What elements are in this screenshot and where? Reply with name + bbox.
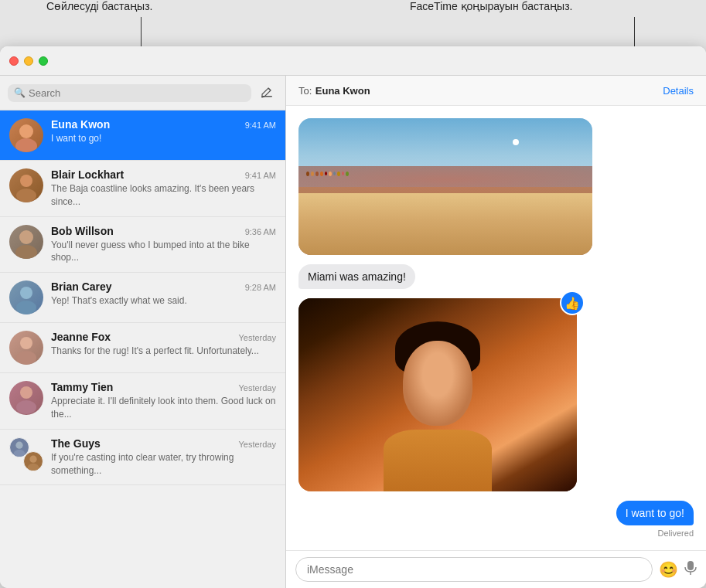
- list-item[interactable]: Blair Lockhart 9:41 AM The Baja coastlin…: [0, 161, 285, 217]
- emoji-button[interactable]: 😊: [659, 560, 678, 579]
- portrait-body: [384, 430, 492, 491]
- conv-time: 9:41 AM: [245, 121, 276, 130]
- conversation-list: Euna Kwon 9:41 AM I want to go! Blair Lo…: [0, 110, 285, 588]
- conv-header: Euna Kwon 9:41 AM: [51, 118, 276, 131]
- chat-area: To: Euna Kwon Details: [286, 76, 706, 588]
- conv-content: Blair Lockhart 9:41 AM The Baja coastlin…: [51, 168, 276, 209]
- beach-photo[interactable]: [298, 118, 592, 255]
- beach-sand: [298, 187, 592, 256]
- conv-name: Brian Carey: [51, 280, 112, 293]
- traffic-lights: [9, 56, 48, 66]
- conv-name: Jeanne Fox: [51, 331, 111, 343]
- conv-time: Yesterday: [238, 440, 276, 449]
- conv-name: Blair Lockhart: [51, 168, 124, 181]
- conv-preview: You'll never guess who I bumped into at …: [51, 239, 276, 265]
- conv-header: Jeanne Fox Yesterday: [51, 331, 276, 343]
- conv-time: 9:41 AM: [245, 171, 276, 180]
- avatar: [9, 381, 43, 415]
- conv-content: Tammy Tien Yesterday Appreciate it. I'll…: [51, 381, 276, 421]
- avatar: [9, 168, 43, 202]
- svg-point-6: [15, 245, 37, 259]
- conv-header: Tammy Tien Yesterday: [51, 381, 276, 393]
- conv-content: Euna Kwon 9:41 AM I want to go!: [51, 118, 276, 145]
- conv-preview: Yep! That's exactly what we said.: [51, 294, 276, 308]
- message-status: Delivered: [658, 529, 694, 538]
- beach-boat: [513, 139, 519, 145]
- conv-header: The Guys Yesterday: [51, 437, 276, 450]
- portrait-photo: [298, 298, 577, 491]
- list-item[interactable]: Brian Carey 9:28 AM Yep! That's exactly …: [0, 273, 285, 323]
- input-bar: 😊: [286, 550, 706, 588]
- title-bar: [0, 46, 706, 76]
- conv-content: Brian Carey 9:28 AM Yep! That's exactly …: [51, 280, 276, 308]
- chat-to-label: To:: [298, 85, 312, 97]
- svg-point-12: [16, 400, 36, 414]
- conv-preview: I want to go!: [51, 132, 276, 145]
- minimize-button[interactable]: [24, 56, 33, 66]
- svg-point-7: [20, 287, 32, 299]
- conv-content: Bob Willson 9:36 AM You'll never guess w…: [51, 225, 276, 265]
- message-bubble-right: I want to go!: [616, 501, 694, 525]
- search-bar: 🔍: [0, 76, 285, 110]
- svg-rect-17: [687, 561, 694, 570]
- conv-time: 9:28 AM: [245, 283, 276, 292]
- message-bubble-left: Miami was amazing!: [298, 264, 415, 289]
- details-button[interactable]: Details: [663, 85, 694, 97]
- svg-point-13: [15, 441, 22, 448]
- conv-name: Bob Willson: [51, 225, 114, 237]
- avatar: [9, 280, 43, 314]
- list-item[interactable]: Euna Kwon 9:41 AM I want to go!: [0, 110, 285, 161]
- svg-point-3: [20, 175, 32, 187]
- compose-button[interactable]: [256, 82, 278, 104]
- svg-point-16: [28, 464, 39, 471]
- callout-right: FaceTime қоңырауын бастаңыз.: [410, 0, 572, 12]
- messages-container: Miami was amazing! 👍 I want to go! Deliv…: [286, 106, 706, 550]
- svg-point-5: [19, 230, 33, 244]
- mic-button[interactable]: [684, 560, 697, 580]
- list-item[interactable]: Jeanne Fox Yesterday Thanks for the rug!…: [0, 323, 285, 373]
- chat-to-wrapper: To: Euna Kwon: [298, 83, 370, 97]
- portrait-face: [403, 341, 472, 426]
- avatar-group: [9, 437, 43, 471]
- crowd-dots: [298, 170, 592, 192]
- conv-header: Blair Lockhart 9:41 AM: [51, 168, 276, 181]
- conv-time: Yesterday: [238, 383, 276, 393]
- search-input-wrapper[interactable]: 🔍: [8, 84, 251, 102]
- search-input[interactable]: [29, 87, 245, 99]
- message-input[interactable]: [295, 557, 653, 582]
- svg-point-8: [16, 301, 36, 314]
- maximize-button[interactable]: [39, 56, 48, 66]
- svg-point-15: [29, 455, 36, 462]
- reaction-badge: 👍: [560, 291, 585, 315]
- svg-point-2: [15, 138, 37, 152]
- avatar-small: [23, 451, 43, 471]
- conv-preview: Thanks for the rug! It's a perfect fit. …: [51, 345, 276, 358]
- conv-content: The Guys Yesterday If you're casting int…: [51, 437, 276, 478]
- svg-point-10: [16, 351, 36, 365]
- conv-time: Yesterday: [238, 333, 276, 342]
- svg-point-1: [19, 124, 33, 138]
- list-item[interactable]: Tammy Tien Yesterday Appreciate it. I'll…: [0, 373, 285, 430]
- avatar: [9, 118, 43, 152]
- conv-name: Euna Kwon: [51, 118, 110, 131]
- list-item[interactable]: Bob Willson 9:36 AM You'll never guess w…: [0, 217, 285, 274]
- svg-point-11: [20, 386, 32, 399]
- portrait-photo-wrapper[interactable]: 👍: [298, 298, 577, 491]
- list-item[interactable]: The Guys Yesterday If you're casting int…: [0, 430, 285, 486]
- conv-header: Bob Willson 9:36 AM: [51, 225, 276, 237]
- conv-header: Brian Carey 9:28 AM: [51, 280, 276, 293]
- avatar: [9, 331, 43, 365]
- chat-header: To: Euna Kwon Details: [286, 76, 706, 106]
- svg-point-14: [14, 450, 26, 457]
- svg-point-9: [20, 337, 32, 349]
- conv-preview: The Baja coastline looks amazing. It's b…: [51, 182, 276, 209]
- conv-name: Tammy Tien: [51, 381, 113, 393]
- close-button[interactable]: [9, 56, 19, 66]
- conv-preview: Appreciate it. I'll definitely look into…: [51, 395, 276, 421]
- sidebar: 🔍 Euna Kwon 9:: [0, 76, 286, 588]
- app-window: 🔍 Euna Kwon 9:: [0, 46, 706, 588]
- search-icon: 🔍: [14, 87, 26, 98]
- svg-point-4: [16, 189, 36, 202]
- conv-content: Jeanne Fox Yesterday Thanks for the rug!…: [51, 331, 276, 358]
- conv-name: The Guys: [51, 437, 101, 450]
